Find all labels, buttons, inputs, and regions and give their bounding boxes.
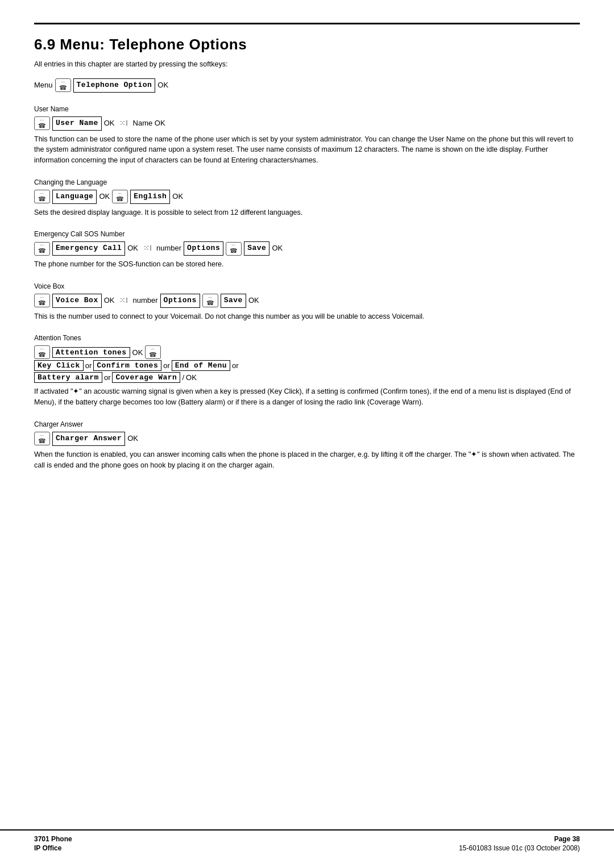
menu-label-text: Menu [34, 80, 53, 91]
language-label: Changing the Language [34, 178, 580, 186]
softkey-icon-emergency2: ⋯ ☎ [226, 242, 242, 256]
keypad-icon-emergency: ⁙⁞ [140, 243, 154, 255]
language-highlight: Language [52, 190, 97, 204]
softkey-icon-emergency: ⋯ ☎ [34, 242, 50, 256]
coverage-warn-highlight: Coverage Warn [112, 372, 180, 383]
page-container: 6.9 Menu: Telephone Options All entries … [0, 0, 614, 868]
confirm-tones-highlight: Confirm tones [93, 360, 161, 371]
softkey-icon-charger: ⋯ ☎ [34, 432, 50, 445]
ok-text-menu: OK [157, 80, 168, 91]
softkey-icon-attention2: ⋯ ☎ [145, 345, 161, 359]
footer-issue: 15-601083 Issue 01c (03 October 2008) [459, 844, 580, 852]
end-of-menu-highlight: End of Menu [172, 360, 230, 371]
top-border [34, 23, 580, 24]
footer-left: 3701 Phone IP Office [34, 835, 72, 852]
softkey-icon-username: ⋯ ☎ [34, 116, 50, 130]
footer-right: Page 38 15-601083 Issue 01c (03 October … [459, 835, 580, 852]
keypad-icon-voicebox: ⁙⁞ [117, 294, 131, 307]
charger-answer-highlight: Charger Answer [52, 432, 125, 446]
user-name-cmd: ⋯ ☎ User Name OK ⁙⁞ Name OK [34, 116, 580, 131]
attention-desc: If activated "✦" an acoustic warning sig… [34, 386, 580, 408]
attention-label: Attention Tones [34, 334, 580, 342]
attention-cmd-line: ⋯ ☎ Attention tones OK ⋯ ☎ [34, 345, 580, 359]
user-name-desc: This function can be used to store the n… [34, 134, 580, 166]
battery-line: Battery alarm or Coverage Warn / OK [34, 372, 580, 383]
charger-cmd: ⋯ ☎ Charger Answer OK [34, 432, 580, 446]
language-desc: Sets the desired display language. It is… [34, 207, 580, 218]
page-title: 6.9 Menu: Telephone Options [34, 36, 580, 53]
emergency-call-highlight: Emergency Call [52, 241, 125, 256]
voicebox-cmd: ⋯ ☎ Voice Box OK ⁙⁞ number Options ⋯ ☎ S… [34, 294, 580, 308]
user-name-label: User Name [34, 105, 580, 113]
softkey-icon-voicebox2: ⋯ ☎ [202, 294, 218, 307]
key-click-line: Key Click or Confirm tones or End of Men… [34, 360, 580, 371]
charger-label: Charger Answer [34, 420, 580, 428]
softkey-icon-menu: ⋯ ☎ [55, 78, 71, 92]
emergency-desc: The phone number for the SOS-function ca… [34, 259, 580, 270]
attention-tones-highlight: Attention tones [52, 347, 130, 358]
footer-product: 3701 Phone [34, 835, 72, 843]
footer-page: Page 38 [554, 835, 580, 843]
footer-brand: IP Office [34, 844, 72, 852]
save-highlight-emergency: Save [244, 241, 269, 256]
language-cmd: ⋯ ☎ Language OK ⋯ ☎ English OK [34, 190, 580, 204]
user-name-highlight: User Name [52, 116, 102, 131]
keypad-icon-username: ⁙⁞ [117, 117, 131, 130]
voicebox-desc: This is the number used to connect to yo… [34, 311, 580, 322]
emergency-cmd: ⋯ ☎ Emergency Call OK ⁙⁞ number Options … [34, 241, 580, 256]
emergency-label: Emergency Call SOS Number [34, 230, 580, 238]
voicebox-highlight: Voice Box [52, 294, 102, 308]
voicebox-label: Voice Box [34, 282, 580, 290]
telephone-option-highlight: Telephone Option [73, 78, 156, 93]
english-highlight: English [130, 190, 170, 204]
softkey-icon-language: ⋯ ☎ [34, 190, 50, 203]
footer: 3701 Phone IP Office Page 38 15-601083 I… [0, 829, 614, 857]
options-highlight-emergency: Options [184, 241, 223, 256]
softkey-icon-language2: ⋯ ☎ [112, 190, 128, 203]
softkey-icon-attention: ⋯ ☎ [34, 345, 50, 359]
charger-desc: When the function is enabled, you can an… [34, 449, 580, 471]
menu-nav-cmd: Menu ⋯ ☎ Telephone Option OK [34, 78, 580, 93]
intro-text: All entries in this chapter are started … [34, 60, 580, 68]
softkey-icon-voicebox: ⋯ ☎ [34, 294, 50, 307]
options-highlight-voicebox: Options [160, 294, 200, 308]
save-highlight-voicebox: Save [221, 294, 246, 308]
battery-alarm-highlight: Battery alarm [34, 372, 102, 383]
key-click-highlight: Key Click [34, 360, 84, 371]
